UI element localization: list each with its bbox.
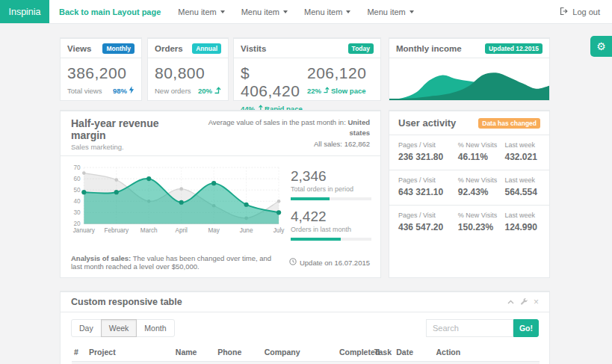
ua-stat: % New Visits150.23% [458,212,505,232]
ua-stat: Last week564.554 [504,176,540,197]
wrench-icon[interactable] [520,298,528,306]
ua-stat-value: 92.43% [458,187,505,197]
menu-item-2[interactable]: Menu item [233,0,296,23]
user-activity-row: Pages / Visit236 321.80% New Visits46.11… [389,135,549,170]
cell-action: ✓ [433,362,540,364]
logout-label: Log out [572,7,600,16]
visits-card-header: Vistits Today [234,39,380,58]
table-row-section: Custom responsive table × DayWeekMonth G… [60,291,550,364]
menu-item-1[interactable]: Menu item [170,0,232,23]
orders-last-month-stat: 4,422 Orders in last month [291,209,371,241]
analysis-text: Analysis of sales: The value has been ch… [71,254,282,271]
menu-item-label: Menu item [367,7,405,16]
column-header-date: Date [394,343,433,362]
column-header-completed: Completed [337,343,372,362]
ua-stat-value: 564.554 [504,187,540,197]
revenue-subtitle: Sales marketing. [71,143,192,151]
logout-button[interactable]: Log out [559,0,600,23]
orders-label: New orders [155,87,191,95]
income-card-body [389,58,549,100]
svg-text:April: April [175,227,188,234]
level-up-icon [323,86,330,95]
period-button-day[interactable]: Day [71,319,102,337]
column-header-name: Name [173,343,215,362]
stat-cards-row: Views Monthly 386,200 Total views 98% Or… [60,37,550,101]
column-header-task: Task [372,343,394,362]
user-activity-header: User activity Data has changed [389,111,549,135]
revenue-summary: Average value of sales in the past month… [192,117,370,151]
svg-text:February: February [104,227,129,234]
orders-card: Orders Annual 80,800 New orders 20% [147,37,229,101]
visits-card: Vistits Today $ 406,420 44% Rapid pace 2… [233,37,381,101]
svg-text:50: 50 [73,187,81,194]
ua-stat-label: Last week [504,176,540,184]
menu-item-label: Menu item [178,7,216,16]
cell-company: Inceptos Hymenaeos Ltd [262,362,337,364]
visits-title: Vistits [241,44,266,53]
table-body: 1Project This is example of projectPatri… [72,362,540,364]
all-sales-text: All sales: 162,862 [192,139,370,149]
cell-task: 20% [372,362,394,364]
gears-icon: ⚙ [596,41,606,52]
menu-item-label: Menu item [241,7,279,16]
chevron-down-icon [409,10,414,13]
data-changed-badge: Data has changed [478,118,540,129]
top-navbar: Inspinia Back to main Layout page Menu i… [0,0,612,24]
period-button-month[interactable]: Month [136,319,174,337]
revenue-panel: Half-year revenue margin Sales marketing… [60,110,381,278]
menu-item-4[interactable]: Menu item [359,0,421,23]
period-button-week[interactable]: Week [101,319,137,337]
table-header-row: #ProjectNamePhoneCompanyCompletedTaskDat… [72,343,540,362]
ua-stat-value: 46.11% [458,152,505,162]
ua-stat-label: % New Visits [458,141,505,149]
close-icon[interactable]: × [534,297,539,306]
svg-text:20: 20 [73,220,81,227]
revenue-title: Half-year revenue margin [71,117,192,141]
revenue-panel-header: Half-year revenue margin Sales marketing… [61,111,380,156]
menu-item-3[interactable]: Menu item [296,0,359,23]
visits-left-stat: $ 406,420 44% Rapid pace [241,64,307,113]
orders-value: 80,800 [155,64,221,82]
cell-completed [337,362,372,364]
chevron-down-icon [220,10,225,13]
go-button[interactable]: Go! [513,319,539,337]
orders-card-header: Orders Annual [148,39,228,58]
revenue-panel-footer: Analysis of sales: The value has been ch… [61,250,380,277]
theme-config-button[interactable]: ⚙ [590,36,612,57]
ua-stat: Pages / Visit643 321.10 [398,176,458,197]
views-metric: 98% [113,87,127,95]
svg-text:60: 60 [73,176,81,182]
ua-stat: % New Visits46.11% [458,141,505,162]
chevron-down-icon [283,10,288,13]
ua-stat: % New Visits92.43% [458,176,505,197]
search-input[interactable] [426,319,513,337]
orders-card-body: 80,800 New orders 20% [148,58,228,100]
views-card: Views Monthly 386,200 Total views 98% [60,37,142,101]
column-header-project: Project [87,343,173,362]
stat-label: Orders in last month [291,226,371,233]
cell-project: Project This is example of project [87,362,173,364]
back-to-layout-link[interactable]: Back to main Layout page [59,0,161,23]
custom-table-panel: Custom responsive table × DayWeekMonth G… [60,291,550,364]
ua-stat-value: 643 321.10 [398,187,458,197]
user-activity-rows: Pages / Visit236 321.80% New Visits46.11… [389,135,549,240]
stat-value: 2,346 [291,168,371,185]
panel-tools: × [507,297,539,306]
ua-stat: Last week124.990 [504,212,540,232]
period-button-group: DayWeekMonth [71,319,175,337]
user-activity-row: Pages / Visit643 321.10% New Visits92.43… [389,170,549,206]
visits-right-value: 206,120 [307,64,374,82]
revenue-panel-body: 203040506070JanuaryFebruaryMarchAprilMay… [61,156,380,250]
revenue-line-chart: 203040506070JanuaryFebruaryMarchAprilMay… [69,162,280,238]
brand-logo[interactable]: Inspinia [0,0,49,23]
update-info: Update on 16.07.2015 [289,258,370,267]
ua-stat-label: Pages / Visit [398,176,458,184]
progress-bar [291,197,371,200]
svg-text:May: May [208,227,220,234]
svg-text:March: March [140,227,158,234]
ua-stat-value: 236 321.80 [398,152,458,162]
panels-row: Half-year revenue margin Sales marketing… [60,110,550,278]
update-text: Update on 16.07.2015 [300,259,370,267]
collapse-icon[interactable] [507,300,514,304]
cell-num: 1 [72,362,87,364]
